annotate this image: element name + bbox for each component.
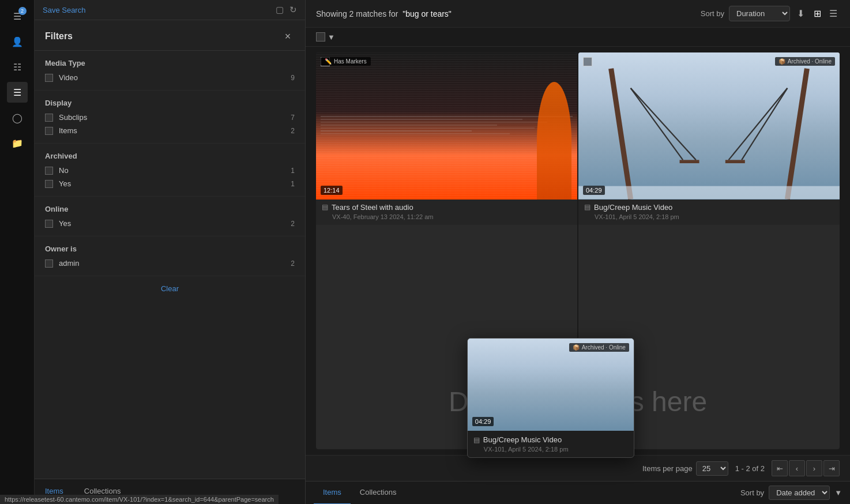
bottom-sort-label: Sort by — [740, 488, 764, 497]
bottom-right-controls: Sort by Date added Title Duration ▼ — [740, 486, 842, 500]
items-per-page-select[interactable]: 10 25 50 100 — [696, 461, 728, 476]
filter-count-owner-admin: 2 — [291, 259, 295, 268]
media-card-1[interactable]: ✏️ Has Markers 12:14 ▤ Tears of Steel wi… — [316, 52, 577, 449]
bottom-tab-items[interactable]: Items — [314, 482, 351, 505]
bottom-tab-collections[interactable]: Collections — [351, 482, 406, 505]
filter-count-archived-yes: 1 — [291, 180, 295, 188]
history-icon[interactable]: ↻ — [289, 5, 297, 15]
collections-icon: ☷ — [13, 62, 21, 73]
items-per-page: Items per page 10 25 50 100 — [642, 461, 728, 476]
select-arrow[interactable]: ▼ — [328, 33, 335, 42]
svg-line-1 — [787, 69, 807, 200]
pagination-row: Items per page 10 25 50 100 1 - 2 of 2 ⇤… — [306, 455, 850, 481]
folder-icon: 📁 — [12, 138, 23, 149]
sort-direction-button[interactable]: ⬇ — [795, 6, 807, 21]
filter-checkbox-subclips[interactable] — [45, 114, 53, 122]
queue-badge: 2 — [18, 7, 27, 15]
filter-section-title-display: Display — [45, 99, 295, 107]
bottom-sort-arrow[interactable]: ▼ — [834, 488, 842, 497]
results-header: Showing 2 matches for "bug or tears" Sor… — [306, 0, 850, 28]
svg-line-2 — [631, 88, 683, 160]
next-page-button[interactable]: › — [806, 460, 822, 476]
clear-filters-button[interactable]: Clear — [35, 276, 305, 301]
main-content: Showing 2 matches for "bug or tears" Sor… — [306, 0, 850, 481]
filter-row-archived-yes: Yes 1 — [45, 179, 295, 188]
filter-row-video: Video 9 — [45, 73, 295, 82]
filter-checkbox-archived-no[interactable] — [45, 167, 53, 175]
filter-checkbox-online-yes[interactable] — [45, 220, 53, 228]
save-search-button[interactable]: Save Search — [43, 6, 85, 14]
filter-section-media-type: Media Type Video 9 — [35, 51, 305, 91]
last-page-button[interactable]: ⇥ — [823, 460, 840, 476]
filter-section-title-owner: Owner is — [45, 245, 295, 253]
save-search-bar: Save Search ▢ ↻ — [35, 0, 305, 20]
nav-icon-user[interactable]: 👤 — [7, 31, 28, 52]
filter-row-subclips: Subclips 7 — [45, 113, 295, 122]
card-checkbox-2[interactable] — [583, 57, 592, 66]
app-layout: ☰ 2 👤 ☷ ☰ ◯ 📁 Save Search ▢ ↻ — [0, 0, 850, 504]
filter-label-archived-yes: Yes — [59, 179, 291, 188]
filter-section-title-archived: Archived — [45, 152, 295, 160]
first-page-button[interactable]: ⇤ — [772, 460, 788, 476]
filter-section-online: Online Yes 2 — [35, 197, 305, 236]
card-meta-1: VX-40, February 13 2024, 11:22 am — [322, 213, 571, 220]
filter-label-items: Items — [59, 126, 291, 135]
filter-count-video: 9 — [291, 74, 295, 82]
filter-checkbox-video[interactable] — [45, 74, 53, 82]
thumb-bug: 📦 Archived · Online 04:29 — [578, 52, 840, 200]
sort-select[interactable]: Duration Date added Title File size — [729, 6, 790, 21]
duration-1: 12:14 — [321, 186, 343, 195]
filter-count-online-yes: 2 — [291, 220, 295, 228]
filter-section-display: Display Subclips 7 Items 2 — [35, 91, 305, 144]
prev-page-button[interactable]: ‹ — [789, 460, 805, 476]
archived-badge-2: 📦 Archived · Online — [775, 57, 835, 66]
svg-rect-7 — [725, 160, 745, 164]
nav-icon-queue[interactable]: ☰ 2 — [7, 6, 28, 27]
card-title-row-1: ▤ Tears of Steel with audio — [322, 203, 571, 212]
media-card-2[interactable]: 📦 Archived · Online 04:29 ▤ Bug/Creep Mu… — [578, 52, 840, 449]
filter-panel: Save Search ▢ ↻ Filters × Media Type Vid… — [35, 0, 306, 504]
filter-close-button[interactable]: × — [281, 29, 295, 43]
select-all-checkbox[interactable] — [316, 32, 325, 42]
filter-row-owner-admin: admin 2 — [45, 259, 295, 268]
filter-row-items: Items 2 — [45, 126, 295, 135]
card-title-row-2: ▤ Bug/Creep Music Video — [584, 203, 834, 212]
filter-count-archived-no: 1 — [291, 167, 295, 175]
has-markers-badge: ✏️ Has Markers — [321, 57, 371, 66]
archive-icon: 📦 — [778, 58, 785, 65]
nav-icon-tasks[interactable]: ◯ — [7, 107, 28, 128]
grid-view-button[interactable]: ⊞ — [811, 6, 823, 21]
nav-icon-folder[interactable]: 📁 — [7, 133, 28, 153]
filter-count-subclips: 7 — [291, 114, 295, 122]
user-icon: 👤 — [12, 36, 23, 47]
duration-2: 04:29 — [583, 186, 605, 195]
search-query: "bug or tears" — [403, 9, 452, 18]
video-icon-2: ▤ — [584, 203, 591, 211]
card-info-2: ▤ Bug/Creep Music Video VX-101, April 5 … — [578, 200, 840, 225]
list-view-button[interactable]: ☰ — [827, 6, 840, 21]
nav-icon-collections[interactable]: ☷ — [7, 57, 28, 77]
svg-line-0 — [611, 69, 631, 200]
media-grid: ✏️ Has Markers 12:14 ▤ Tears of Steel wi… — [306, 47, 850, 455]
select-all-row: ▼ — [306, 28, 850, 47]
filters-icon: ☰ — [13, 87, 21, 98]
filter-section-title-media-type: Media Type — [45, 59, 295, 67]
bookmark-icon[interactable]: ▢ — [276, 5, 284, 15]
video-icon-1: ▤ — [322, 203, 328, 211]
filter-header: Filters × — [35, 20, 305, 51]
filter-checkbox-items[interactable] — [45, 127, 53, 135]
tasks-icon: ◯ — [12, 112, 22, 123]
bottom-bar-tabs: Items Collections — [314, 482, 405, 505]
filter-label-video: Video — [59, 73, 291, 82]
filter-checkbox-archived-yes[interactable] — [45, 180, 53, 188]
card-meta-2: VX-101, April 5 2024, 2:18 pm — [584, 213, 834, 220]
filter-section-owner: Owner is admin 2 — [35, 236, 305, 276]
nav-icon-filters[interactable]: ☰ — [7, 82, 28, 103]
bottom-sort-select[interactable]: Date added Title Duration — [769, 486, 830, 500]
main-wrapper: Showing 2 matches for "bug or tears" Sor… — [306, 0, 850, 504]
filter-checkbox-owner-admin[interactable] — [45, 259, 53, 268]
svg-line-6 — [742, 88, 787, 160]
card-title-2: Bug/Creep Music Video — [594, 203, 672, 212]
svg-line-3 — [631, 88, 696, 160]
archived-label-2: Archived · Online — [788, 58, 832, 65]
